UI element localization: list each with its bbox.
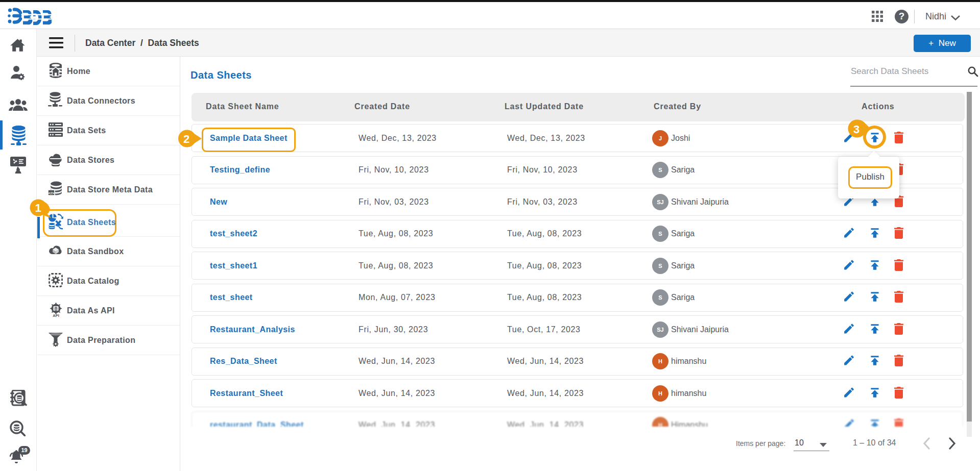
svg-text:API: API: [53, 313, 59, 318]
svg-text:1: 1: [35, 202, 41, 214]
svg-text:3: 3: [853, 123, 859, 136]
svg-text:</>: </>: [49, 190, 55, 195]
svg-text:2: 2: [183, 133, 189, 145]
